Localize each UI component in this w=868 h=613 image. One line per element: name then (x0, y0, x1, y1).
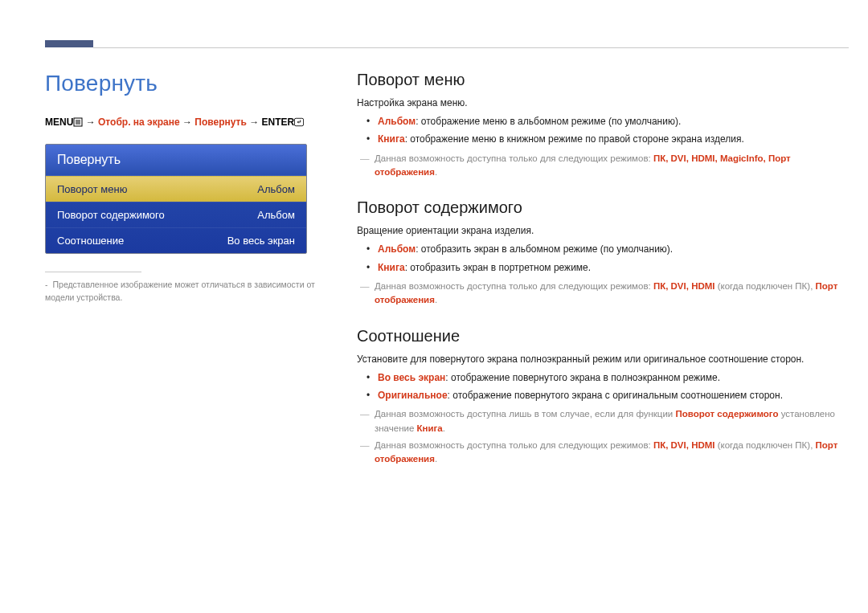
content-area: Повернуть MENU → Отобр. на экране → Пове… (45, 71, 849, 597)
section-heading: Поворот содержимого (357, 198, 849, 217)
note-suffix: . (435, 167, 437, 177)
list-item: Оригинальное: отображение повернутого эк… (370, 389, 849, 403)
menu-icon (73, 117, 83, 131)
section-menu-rotate: Поворот меню Настройка экрана меню. Альб… (357, 71, 849, 179)
bullet-text: : отображение повернутого экрана в полно… (445, 372, 720, 383)
bullet-term: Во весь экран (378, 372, 445, 383)
header-divider (93, 47, 849, 48)
breadcrumb-arrow-1: → (83, 116, 98, 128)
note-1: Данная возможность доступна лишь в том с… (357, 407, 849, 435)
note-modes: ПК, DVI, HDMI (653, 281, 715, 291)
header-accent (45, 40, 93, 47)
list-item: Во весь экран: отображение повернутого э… (370, 371, 849, 385)
breadcrumb-enter-label: ENTER (261, 116, 294, 128)
left-footnote: Представленное изображение может отличат… (45, 279, 334, 304)
osd-row-label: Поворот содержимого (57, 209, 165, 221)
note-term: Поворот содержимого (676, 409, 779, 419)
bullet-text: : отображение повернутого экрана с ориги… (448, 390, 783, 401)
breadcrumb-arrow-3: → (247, 116, 262, 128)
osd-row-value: Во весь экран (227, 235, 295, 247)
note-suffix: . (443, 423, 445, 433)
note-prefix: Данная возможность доступна лишь в том с… (375, 409, 676, 419)
left-column: Повернуть MENU → Отобр. на экране → Пове… (45, 71, 357, 597)
list-item: Книга: отображение меню в книжном режиме… (370, 133, 849, 146)
osd-title: Повернуть (46, 145, 306, 176)
note-mid: (когда подключен ПК), (715, 281, 816, 291)
bullet-text: : отобразить экран в альбомном режиме (п… (416, 243, 673, 255)
breadcrumb-part-1: Отобр. на экране (98, 116, 180, 128)
note-suffix: . (435, 454, 437, 464)
bullet-term: Альбом (378, 116, 416, 127)
list-item: Альбом: отображение меню в альбомном реж… (370, 115, 849, 129)
note-suffix: . (435, 295, 437, 304)
note: Данная возможность доступна только для с… (357, 152, 849, 180)
section-desc: Вращение ориентации экрана изделия. (357, 225, 849, 236)
section-desc: Установите для повернутого экрана полноэ… (357, 353, 849, 365)
bullet-term: Книга (378, 133, 405, 145)
list-item: Альбом: отобразить экран в альбомном реж… (370, 243, 849, 256)
bullet-term: Книга (378, 262, 405, 273)
note-mid: (когда подключен ПК), (715, 440, 816, 450)
section-ratio: Соотношение Установите для повернутого э… (357, 327, 849, 467)
osd-panel: Повернуть Поворот меню Альбом Поворот со… (45, 144, 307, 254)
note-prefix: Данная возможность доступна только для с… (375, 153, 653, 163)
note-term-2: Книга (417, 423, 443, 433)
enter-icon (294, 117, 304, 131)
bullet-list: Альбом: отобразить экран в альбомном реж… (357, 243, 849, 275)
page: Повернуть MENU → Отобр. на экране → Пове… (0, 0, 868, 613)
note-prefix: Данная возможность доступна только для с… (375, 440, 653, 450)
section-heading: Соотношение (357, 327, 849, 345)
breadcrumb-menu-label: MENU (45, 116, 73, 128)
osd-row-value: Альбом (257, 183, 295, 195)
section-desc: Настройка экрана меню. (357, 97, 849, 108)
bullet-term: Оригинальное (378, 390, 448, 401)
list-item: Книга: отобразить экран в портретном реж… (370, 261, 849, 275)
osd-row-ratio[interactable]: Соотношение Во весь экран (46, 227, 306, 253)
bullet-text: : отобразить экран в портретном режиме. (405, 262, 592, 273)
breadcrumb: MENU → Отобр. на экране → Повернуть → EN… (45, 116, 334, 131)
bullet-text: : отображение меню в альбомном режиме (п… (416, 116, 681, 127)
bullet-term: Альбом (378, 243, 416, 255)
note: Данная возможность доступна только для с… (357, 280, 849, 308)
footnote-divider (45, 272, 141, 272)
osd-row-label: Поворот меню (57, 183, 127, 195)
breadcrumb-arrow-2: → (180, 116, 195, 128)
section-heading: Поворот меню (357, 71, 849, 89)
right-column: Поворот меню Настройка экрана меню. Альб… (357, 71, 849, 597)
note-2: Данная возможность доступна только для с… (357, 439, 849, 467)
osd-row-value: Альбом (257, 209, 295, 221)
breadcrumb-part-2: Повернуть (194, 116, 247, 128)
osd-row-menu-rotate[interactable]: Поворот меню Альбом (46, 176, 306, 202)
section-content-rotate: Поворот содержимого Вращение ориентации … (357, 198, 849, 307)
note-prefix: Данная возможность доступна только для с… (375, 281, 653, 291)
osd-row-content-rotate[interactable]: Поворот содержимого Альбом (46, 202, 306, 227)
header-bar (0, 0, 868, 50)
bullet-text: : отображение меню в книжном режиме по п… (405, 133, 744, 145)
osd-row-label: Соотношение (57, 235, 124, 247)
page-title: Повернуть (45, 71, 334, 96)
bullet-list: Альбом: отображение меню в альбомном реж… (357, 115, 849, 147)
bullet-list: Во весь экран: отображение повернутого э… (357, 371, 849, 403)
note-modes: ПК, DVI, HDMI (653, 440, 715, 450)
